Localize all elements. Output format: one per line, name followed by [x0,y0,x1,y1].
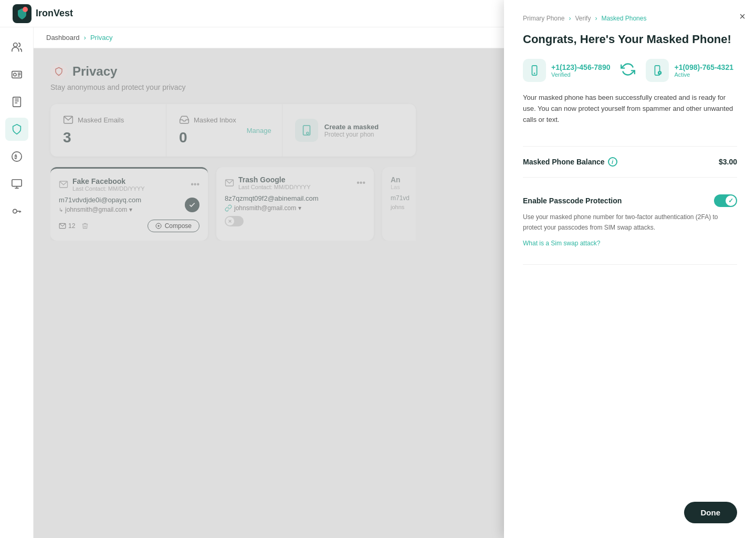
panel-description: Your masked phone has been successfully … [523,92,737,125]
breadcrumb-dashboard[interactable]: Dashboard [46,34,80,42]
balance-label: Masked Phone Balance i [523,157,617,167]
app-logo: IronVest [13,4,73,23]
done-button[interactable]: Done [684,502,738,523]
svg-point-6 [13,43,17,47]
masked-phone-number: +1(098)-765-4321 [674,63,733,71]
passcode-label: Enable Passcode Protection [523,196,622,205]
sidebar-item-key[interactable] [5,200,28,223]
passcode-description: Use your masked phone number for two-fac… [523,212,737,232]
svg-point-8 [13,73,16,76]
masked-phone-icon [646,59,669,82]
panel-bc-primary-phone: Primary Phone [523,15,564,22]
masked-phone-card: +1(098)-765-4321 Active [646,59,733,82]
svg-text:₿: ₿ [14,154,17,160]
panel-close-button[interactable]: × [739,11,746,23]
sim-swap-link[interactable]: What is a Sim swap attack? [523,240,600,247]
right-panel: × Primary Phone › Verify › Masked Phones… [504,0,756,538]
panel-bc-verify: Verify [575,15,591,22]
phone-numbers-row: +1(123)-456-7890 Verified +1(098) [523,59,737,82]
primary-phone-status: Verified [551,71,610,78]
panel-bc-sep-1: › [569,15,571,22]
divider-3 [523,264,737,265]
passcode-section: Enable Passcode Protection ✓ Use your ma… [523,186,737,255]
svg-rect-12 [13,97,20,107]
breadcrumb-privacy[interactable]: Privacy [90,34,113,42]
transfer-arrow-icon [621,62,635,79]
primary-phone-card: +1(123)-456-7890 Verified [523,59,610,82]
svg-rect-18 [12,180,21,187]
sidebar-item-idcard[interactable] [5,63,28,86]
passcode-header: Enable Passcode Protection ✓ [523,194,737,207]
sidebar: ₿ [0,27,34,538]
sidebar-item-privacy[interactable] [5,118,28,141]
breadcrumb-sep-1: › [84,34,86,42]
toggle-thumb: ✓ [726,195,736,206]
passcode-toggle[interactable]: ✓ [714,194,737,207]
balance-value: $3.00 [719,158,737,166]
balance-row: Masked Phone Balance i $3.00 [523,155,737,169]
panel-breadcrumb: Primary Phone › Verify › Masked Phones [523,15,737,22]
divider-2 [523,177,737,178]
sidebar-item-contacts[interactable] [5,90,28,113]
toggle-check-icon: ✓ [728,197,733,204]
panel-title: Congrats, Here's Your Masked Phone! [523,33,737,46]
sidebar-item-people[interactable] [5,36,28,59]
masked-phone-status: Active [674,71,733,78]
sidebar-item-bitcoin[interactable]: ₿ [5,145,28,168]
svg-point-21 [13,209,16,213]
svg-point-43 [660,74,660,74]
primary-phone-number: +1(123)-456-7890 [551,63,610,71]
panel-bc-sep-2: › [595,15,597,22]
svg-point-1 [23,7,28,12]
masked-phone-info: +1(098)-765-4321 Active [674,63,733,78]
app-name: IronVest [36,8,73,19]
balance-info-icon[interactable]: i [608,157,617,167]
panel-bc-masked-phones: Masked Phones [601,15,646,22]
sidebar-item-monitor[interactable] [5,172,28,195]
primary-phone-info: +1(123)-456-7890 Verified [551,63,610,78]
primary-phone-icon [523,59,546,82]
divider-1 [523,146,737,147]
balance-label-text: Masked Phone Balance [523,158,605,166]
